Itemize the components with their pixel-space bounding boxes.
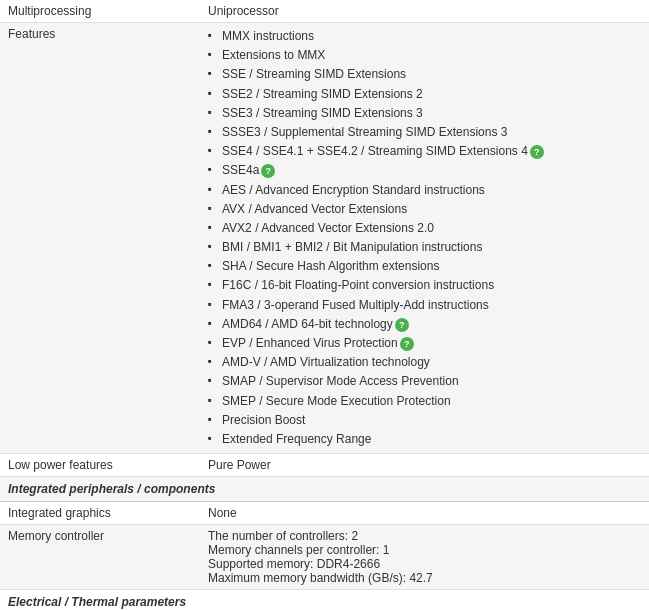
feature-item: MMX instructions [208, 27, 641, 46]
feature-item: AMD64 / AMD 64-bit technology? [208, 315, 641, 334]
memory-controller-value: The number of controllers: 2Memory chann… [200, 525, 649, 590]
feature-item: SHA / Secure Hash Algorithm extensions [208, 257, 641, 276]
low-power-value: Pure Power [200, 454, 649, 477]
feature-item: AMD-V / AMD Virtualization technology [208, 353, 641, 372]
feature-item: SSE3 / Streaming SIMD Extensions 3 [208, 104, 641, 123]
feature-item: AES / Advanced Encryption Standard instr… [208, 181, 641, 200]
integrated-section-header: Integrated peripherals / components [0, 477, 649, 502]
multiprocessing-label: Multiprocessing [0, 0, 200, 23]
feature-item: F16C / 16-bit Floating-Point conversion … [208, 276, 641, 295]
feature-item: SSE / Streaming SIMD Extensions [208, 65, 641, 84]
integrated-graphics-label: Integrated graphics [0, 502, 200, 525]
feature-help-icon[interactable]: ? [261, 164, 275, 178]
feature-item: Precision Boost [208, 411, 641, 430]
memory-line: Supported memory: DDR4-2666 [208, 557, 641, 571]
feature-item: Extensions to MMX [208, 46, 641, 65]
integrated-graphics-value: None [200, 502, 649, 525]
feature-item: AVX2 / Advanced Vector Extensions 2.0 [208, 219, 641, 238]
features-list: MMX instructionsExtensions to MMXSSE / S… [200, 23, 649, 454]
feature-item: BMI / BMI1 + BMI2 / Bit Manipulation ins… [208, 238, 641, 257]
feature-item: SSE4a? [208, 161, 641, 180]
feature-item: AVX / Advanced Vector Extensions [208, 200, 641, 219]
multiprocessing-row: Multiprocessing Uniprocessor [0, 0, 649, 23]
electrical-section-title: Electrical / Thermal parameters [0, 590, 649, 610]
integrated-section-title: Integrated peripherals / components [0, 477, 649, 502]
features-row: Features MMX instructionsExtensions to M… [0, 23, 649, 454]
low-power-row: Low power features Pure Power [0, 454, 649, 477]
electrical-section-header: Electrical / Thermal parameters [0, 590, 649, 610]
memory-line: Maximum memory bandwidth (GB/s): 42.7 [208, 571, 641, 585]
feature-item: SSE2 / Streaming SIMD Extensions 2 [208, 85, 641, 104]
feature-item: SMAP / Supervisor Mode Access Prevention [208, 372, 641, 391]
feature-help-icon[interactable]: ? [400, 337, 414, 351]
feature-item: Extended Frequency Range [208, 430, 641, 449]
low-power-label: Low power features [0, 454, 200, 477]
feature-help-icon[interactable]: ? [395, 318, 409, 332]
integrated-graphics-row: Integrated graphics None [0, 502, 649, 525]
feature-help-icon[interactable]: ? [530, 145, 544, 159]
multiprocessing-value: Uniprocessor [200, 0, 649, 23]
memory-line: Memory channels per controller: 1 [208, 543, 641, 557]
features-label: Features [0, 23, 200, 454]
feature-item: FMA3 / 3-operand Fused Multiply-Add inst… [208, 296, 641, 315]
feature-item: SSE4 / SSE4.1 + SSE4.2 / Streaming SIMD … [208, 142, 641, 161]
feature-item: SMEP / Secure Mode Execution Protection [208, 392, 641, 411]
feature-item: SSSE3 / Supplemental Streaming SIMD Exte… [208, 123, 641, 142]
memory-controller-row: Memory controller The number of controll… [0, 525, 649, 590]
feature-item: EVP / Enhanced Virus Protection? [208, 334, 641, 353]
memory-line: The number of controllers: 2 [208, 529, 641, 543]
memory-controller-label: Memory controller [0, 525, 200, 590]
